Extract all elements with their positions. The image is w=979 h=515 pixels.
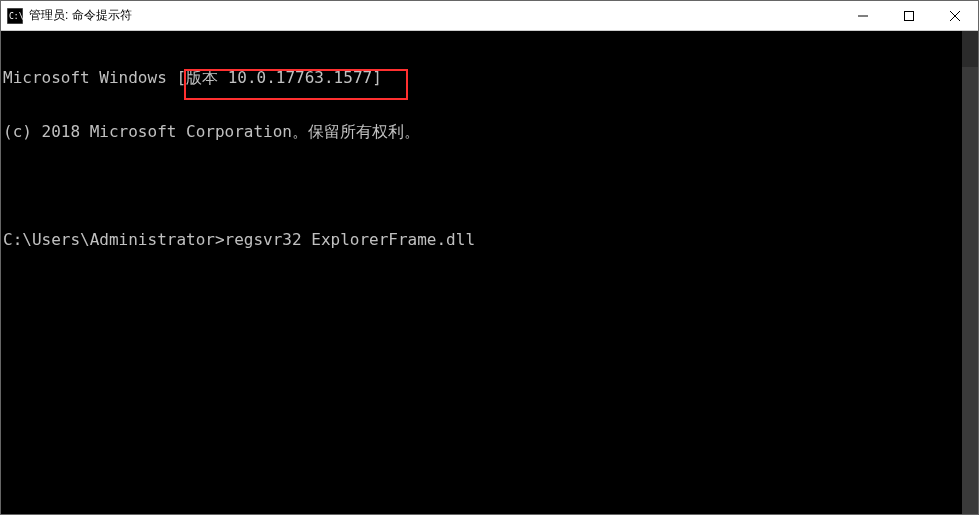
terminal-prompt-line: C:\Users\Administrator>regsvr32 Explorer… xyxy=(3,231,978,249)
titlebar-left: C:\ 管理员: 命令提示符 xyxy=(1,7,132,24)
vertical-scrollbar[interactable] xyxy=(962,31,978,514)
terminal-blank-line xyxy=(3,177,978,195)
svg-text:C:\: C:\ xyxy=(9,12,23,21)
maximize-button[interactable] xyxy=(886,1,932,31)
terminal-area[interactable]: Microsoft Windows [版本 10.0.17763.1577] (… xyxy=(1,31,978,514)
minimize-button[interactable] xyxy=(840,1,886,31)
terminal-line-copyright: (c) 2018 Microsoft Corporation。保留所有权利。 xyxy=(3,123,978,141)
terminal-line-version: Microsoft Windows [版本 10.0.17763.1577] xyxy=(3,69,978,87)
window-title: 管理员: 命令提示符 xyxy=(29,7,132,24)
cmd-icon: C:\ xyxy=(7,8,23,24)
terminal-command: regsvr32 ExplorerFrame.dll xyxy=(225,230,475,249)
titlebar: C:\ 管理员: 命令提示符 xyxy=(1,1,978,31)
scrollbar-thumb[interactable] xyxy=(962,67,978,514)
terminal-prompt: C:\Users\Administrator> xyxy=(3,230,225,249)
close-button[interactable] xyxy=(932,1,978,31)
svg-rect-3 xyxy=(905,12,914,21)
window-controls xyxy=(840,1,978,30)
